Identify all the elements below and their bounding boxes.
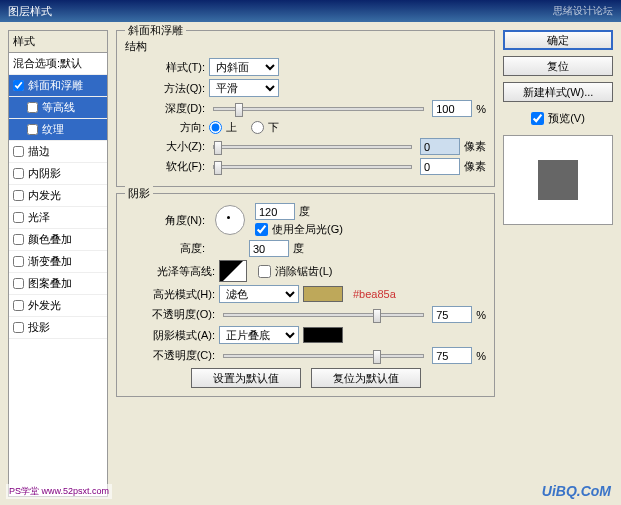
angle-input[interactable] xyxy=(255,203,295,220)
gloss-contour-picker[interactable] xyxy=(219,260,247,282)
preview-swatch xyxy=(538,160,578,200)
pattern-overlay-checkbox[interactable] xyxy=(13,278,24,289)
size-label: 大小(Z): xyxy=(125,139,205,154)
depth-input[interactable] xyxy=(432,100,472,117)
titlebar: 图层样式 思绪设计论坛 xyxy=(0,0,621,22)
style-satin-row[interactable]: 光泽 xyxy=(9,207,107,229)
styles-header[interactable]: 样式 xyxy=(9,31,107,53)
dialog-body: 样式 混合选项:默认 斜面和浮雕 等高线 纹理 描边 内阴影 内发光 光泽 颜色… xyxy=(0,22,621,505)
highlight-mode-label: 高光模式(H): xyxy=(125,287,215,302)
shadow-opacity-input[interactable] xyxy=(432,347,472,364)
soften-input[interactable] xyxy=(420,158,460,175)
drop-shadow-checkbox[interactable] xyxy=(13,322,24,333)
style-pattern-overlay-row[interactable]: 图案叠加 xyxy=(9,273,107,295)
shadow-opacity-label: 不透明度(C): xyxy=(125,348,215,363)
direction-down-radio[interactable] xyxy=(251,121,264,134)
texture-checkbox[interactable] xyxy=(27,124,38,135)
gloss-contour-label: 光泽等高线: xyxy=(125,264,215,279)
style-inner-shadow-row[interactable]: 内阴影 xyxy=(9,163,107,185)
shadow-color-swatch[interactable] xyxy=(303,327,343,343)
satin-checkbox[interactable] xyxy=(13,212,24,223)
style-contour-row[interactable]: 等高线 xyxy=(9,97,107,119)
structure-title: 结构 xyxy=(125,39,486,54)
contour-checkbox[interactable] xyxy=(27,102,38,113)
size-input[interactable] xyxy=(420,138,460,155)
reset-default-button[interactable]: 复位为默认值 xyxy=(311,368,421,388)
soften-slider[interactable] xyxy=(213,165,412,169)
style-gradient-overlay-row[interactable]: 渐变叠加 xyxy=(9,251,107,273)
technique-label: 方法(Q): xyxy=(125,81,205,96)
bevel-group-title: 斜面和浮雕 xyxy=(125,23,186,38)
technique-select[interactable]: 平滑 xyxy=(209,79,279,97)
preview-box xyxy=(503,135,613,225)
highlight-opacity-slider[interactable] xyxy=(223,313,424,317)
anti-alias-checkbox[interactable] xyxy=(258,265,271,278)
shading-group-title: 阴影 xyxy=(125,186,153,201)
stroke-checkbox[interactable] xyxy=(13,146,24,157)
bevel-checkbox[interactable] xyxy=(13,80,24,91)
inner-glow-checkbox[interactable] xyxy=(13,190,24,201)
inner-shadow-checkbox[interactable] xyxy=(13,168,24,179)
outer-glow-checkbox[interactable] xyxy=(13,300,24,311)
style-color-overlay-row[interactable]: 颜色叠加 xyxy=(9,229,107,251)
window-title: 图层样式 xyxy=(8,0,52,22)
blend-options-row[interactable]: 混合选项:默认 xyxy=(9,53,107,75)
footer-right-watermark: UiBQ.CoM xyxy=(542,483,611,499)
footer-left-watermark: PS学堂 www.52psxt.com xyxy=(6,484,112,499)
altitude-label: 高度: xyxy=(125,241,205,256)
shadow-opacity-slider[interactable] xyxy=(223,354,424,358)
right-actions: 确定 复位 新建样式(W)... 预览(V) xyxy=(503,30,613,497)
gradient-overlay-checkbox[interactable] xyxy=(13,256,24,267)
global-light-checkbox[interactable] xyxy=(255,223,268,236)
make-default-button[interactable]: 设置为默认值 xyxy=(191,368,301,388)
highlight-opacity-label: 不透明度(O): xyxy=(125,307,215,322)
style-inner-glow-row[interactable]: 内发光 xyxy=(9,185,107,207)
hex-annotation: #bea85a xyxy=(353,288,396,300)
style-drop-shadow-row[interactable]: 投影 xyxy=(9,317,107,339)
settings-column: 斜面和浮雕 结构 样式(T):内斜面 方法(Q):平滑 深度(D):% 方向:上… xyxy=(116,30,495,497)
style-label: 样式(T): xyxy=(125,60,205,75)
direction-up-radio[interactable] xyxy=(209,121,222,134)
soften-label: 软化(F): xyxy=(125,159,205,174)
altitude-input[interactable] xyxy=(249,240,289,257)
size-slider[interactable] xyxy=(213,145,412,149)
cancel-button[interactable]: 复位 xyxy=(503,56,613,76)
style-stroke-row[interactable]: 描边 xyxy=(9,141,107,163)
depth-label: 深度(D): xyxy=(125,101,205,116)
color-overlay-checkbox[interactable] xyxy=(13,234,24,245)
style-select[interactable]: 内斜面 xyxy=(209,58,279,76)
style-bevel-row[interactable]: 斜面和浮雕 xyxy=(9,75,107,97)
new-style-button[interactable]: 新建样式(W)... xyxy=(503,82,613,102)
direction-label: 方向: xyxy=(125,120,205,135)
shadow-mode-select[interactable]: 正片叠底 xyxy=(219,326,299,344)
highlight-mode-select[interactable]: 滤色 xyxy=(219,285,299,303)
styles-panel: 样式 混合选项:默认 斜面和浮雕 等高线 纹理 描边 内阴影 内发光 光泽 颜色… xyxy=(8,30,108,497)
watermark-text: 思绪设计论坛 xyxy=(553,0,613,22)
highlight-color-swatch[interactable] xyxy=(303,286,343,302)
ok-button[interactable]: 确定 xyxy=(503,30,613,50)
depth-slider[interactable] xyxy=(213,107,424,111)
angle-label: 角度(N): xyxy=(125,213,205,228)
preview-checkbox[interactable] xyxy=(531,112,544,125)
bevel-group: 斜面和浮雕 结构 样式(T):内斜面 方法(Q):平滑 深度(D):% 方向:上… xyxy=(116,30,495,187)
shading-group: 阴影 角度(N): 度 使用全局光(G) 高度:度 光泽等高线: 消除锯齿(L)… xyxy=(116,193,495,397)
highlight-opacity-input[interactable] xyxy=(432,306,472,323)
angle-dial[interactable] xyxy=(215,205,245,235)
shadow-mode-label: 阴影模式(A): xyxy=(125,328,215,343)
style-texture-row[interactable]: 纹理 xyxy=(9,119,107,141)
style-outer-glow-row[interactable]: 外发光 xyxy=(9,295,107,317)
